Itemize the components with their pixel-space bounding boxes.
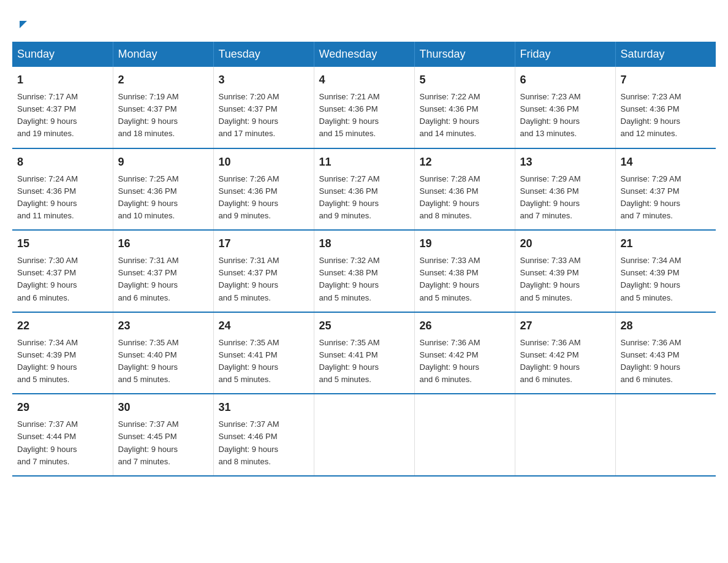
calendar-cell: 4Sunrise: 7:21 AMSunset: 4:36 PMDaylight…	[314, 67, 414, 148]
day-info: Sunrise: 7:34 AMSunset: 4:39 PMDaylight:…	[621, 255, 711, 304]
day-info: Sunrise: 7:17 AMSunset: 4:37 PMDaylight:…	[17, 91, 108, 140]
day-number: 17	[219, 236, 309, 252]
day-info: Sunrise: 7:37 AMSunset: 4:46 PMDaylight:…	[219, 418, 309, 468]
day-info: Sunrise: 7:37 AMSunset: 4:44 PMDaylight:…	[17, 418, 108, 468]
day-number: 26	[420, 318, 510, 334]
header-saturday: Saturday	[615, 42, 716, 67]
calendar-cell: 10Sunrise: 7:26 AMSunset: 4:36 PMDayligh…	[213, 148, 314, 231]
day-number: 8	[17, 154, 108, 170]
day-number: 18	[319, 236, 409, 252]
calendar-cell: 23Sunrise: 7:35 AMSunset: 4:40 PMDayligh…	[113, 312, 213, 394]
logo-triangle-icon	[20, 21, 27, 28]
day-info: Sunrise: 7:36 AMSunset: 4:42 PMDaylight:…	[420, 337, 510, 386]
day-number: 2	[118, 72, 208, 88]
calendar-cell	[314, 394, 414, 476]
day-info: Sunrise: 7:36 AMSunset: 4:43 PMDaylight:…	[621, 337, 711, 386]
day-number: 12	[420, 154, 510, 170]
header-tuesday: Tuesday	[213, 42, 314, 67]
day-number: 28	[621, 318, 711, 334]
day-number: 29	[17, 399, 108, 416]
day-number: 19	[420, 236, 510, 252]
calendar-cell: 11Sunrise: 7:27 AMSunset: 4:36 PMDayligh…	[314, 148, 414, 231]
day-number: 16	[118, 236, 208, 252]
calendar-cell: 27Sunrise: 7:36 AMSunset: 4:42 PMDayligh…	[515, 312, 615, 394]
calendar-cell: 17Sunrise: 7:31 AMSunset: 4:37 PMDayligh…	[213, 230, 314, 312]
day-info: Sunrise: 7:25 AMSunset: 4:36 PMDaylight:…	[118, 173, 208, 223]
calendar-cell: 30Sunrise: 7:37 AMSunset: 4:45 PMDayligh…	[113, 394, 213, 476]
day-number: 22	[17, 318, 108, 334]
calendar-cell: 21Sunrise: 7:34 AMSunset: 4:39 PMDayligh…	[615, 230, 716, 312]
logo-blue-part	[18, 18, 27, 29]
header-friday: Friday	[515, 42, 615, 67]
day-info: Sunrise: 7:23 AMSunset: 4:36 PMDaylight:…	[621, 91, 711, 140]
calendar-cell: 6Sunrise: 7:23 AMSunset: 4:36 PMDaylight…	[515, 67, 615, 148]
calendar-week-row: 29Sunrise: 7:37 AMSunset: 4:44 PMDayligh…	[12, 394, 716, 476]
logo	[18, 18, 27, 29]
day-info: Sunrise: 7:37 AMSunset: 4:45 PMDaylight:…	[118, 418, 208, 468]
day-number: 31	[219, 399, 309, 416]
day-number: 4	[319, 72, 409, 88]
calendar-cell	[414, 394, 515, 476]
header-wednesday: Wednesday	[314, 42, 414, 67]
day-info: Sunrise: 7:35 AMSunset: 4:41 PMDaylight:…	[219, 337, 309, 386]
calendar-cell: 12Sunrise: 7:28 AMSunset: 4:36 PMDayligh…	[414, 148, 515, 231]
calendar-cell: 2Sunrise: 7:19 AMSunset: 4:37 PMDaylight…	[113, 67, 213, 148]
day-info: Sunrise: 7:30 AMSunset: 4:37 PMDaylight:…	[17, 255, 108, 304]
calendar-cell: 1Sunrise: 7:17 AMSunset: 4:37 PMDaylight…	[12, 67, 113, 148]
day-info: Sunrise: 7:33 AMSunset: 4:39 PMDaylight:…	[520, 255, 610, 304]
calendar-header-row: SundayMondayTuesdayWednesdayThursdayFrid…	[12, 42, 716, 67]
day-number: 6	[520, 72, 610, 88]
day-info: Sunrise: 7:22 AMSunset: 4:36 PMDaylight:…	[420, 91, 510, 140]
header-thursday: Thursday	[414, 42, 515, 67]
day-number: 25	[319, 318, 409, 334]
day-number: 5	[420, 72, 510, 88]
header-monday: Monday	[113, 42, 213, 67]
calendar-week-row: 1Sunrise: 7:17 AMSunset: 4:37 PMDaylight…	[12, 67, 716, 148]
calendar-cell: 28Sunrise: 7:36 AMSunset: 4:43 PMDayligh…	[615, 312, 716, 394]
calendar-week-row: 15Sunrise: 7:30 AMSunset: 4:37 PMDayligh…	[12, 230, 716, 312]
day-number: 11	[319, 154, 409, 170]
calendar-cell: 5Sunrise: 7:22 AMSunset: 4:36 PMDaylight…	[414, 67, 515, 148]
day-info: Sunrise: 7:35 AMSunset: 4:41 PMDaylight:…	[319, 337, 409, 386]
day-info: Sunrise: 7:34 AMSunset: 4:39 PMDaylight:…	[17, 337, 108, 386]
calendar-cell: 22Sunrise: 7:34 AMSunset: 4:39 PMDayligh…	[12, 312, 113, 394]
day-info: Sunrise: 7:31 AMSunset: 4:37 PMDaylight:…	[219, 255, 309, 304]
day-number: 10	[219, 154, 309, 170]
calendar-cell: 3Sunrise: 7:20 AMSunset: 4:37 PMDaylight…	[213, 67, 314, 148]
day-info: Sunrise: 7:32 AMSunset: 4:38 PMDaylight:…	[319, 255, 409, 304]
day-info: Sunrise: 7:24 AMSunset: 4:36 PMDaylight:…	[17, 173, 108, 223]
day-number: 20	[520, 236, 610, 252]
day-number: 27	[520, 318, 610, 334]
calendar-cell: 24Sunrise: 7:35 AMSunset: 4:41 PMDayligh…	[213, 312, 314, 394]
calendar-cell: 25Sunrise: 7:35 AMSunset: 4:41 PMDayligh…	[314, 312, 414, 394]
calendar-cell: 31Sunrise: 7:37 AMSunset: 4:46 PMDayligh…	[213, 394, 314, 476]
day-info: Sunrise: 7:26 AMSunset: 4:36 PMDaylight:…	[219, 173, 309, 223]
calendar-cell: 13Sunrise: 7:29 AMSunset: 4:36 PMDayligh…	[515, 148, 615, 231]
day-number: 13	[520, 154, 610, 170]
day-number: 1	[17, 72, 108, 88]
day-info: Sunrise: 7:36 AMSunset: 4:42 PMDaylight:…	[520, 337, 610, 386]
day-number: 7	[621, 72, 711, 88]
calendar-cell: 9Sunrise: 7:25 AMSunset: 4:36 PMDaylight…	[113, 148, 213, 231]
calendar-cell: 26Sunrise: 7:36 AMSunset: 4:42 PMDayligh…	[414, 312, 515, 394]
calendar-cell: 16Sunrise: 7:31 AMSunset: 4:37 PMDayligh…	[113, 230, 213, 312]
day-info: Sunrise: 7:19 AMSunset: 4:37 PMDaylight:…	[118, 91, 208, 140]
calendar-cell	[615, 394, 716, 476]
calendar-cell: 19Sunrise: 7:33 AMSunset: 4:38 PMDayligh…	[414, 230, 515, 312]
day-number: 21	[621, 236, 711, 252]
day-info: Sunrise: 7:27 AMSunset: 4:36 PMDaylight:…	[319, 173, 409, 223]
day-info: Sunrise: 7:21 AMSunset: 4:36 PMDaylight:…	[319, 91, 409, 140]
header-sunday: Sunday	[12, 42, 113, 67]
day-info: Sunrise: 7:20 AMSunset: 4:37 PMDaylight:…	[219, 91, 309, 140]
calendar-cell: 14Sunrise: 7:29 AMSunset: 4:37 PMDayligh…	[615, 148, 716, 231]
day-info: Sunrise: 7:28 AMSunset: 4:36 PMDaylight:…	[420, 173, 510, 223]
day-info: Sunrise: 7:35 AMSunset: 4:40 PMDaylight:…	[118, 337, 208, 386]
calendar-cell: 15Sunrise: 7:30 AMSunset: 4:37 PMDayligh…	[12, 230, 113, 312]
calendar-cell: 18Sunrise: 7:32 AMSunset: 4:38 PMDayligh…	[314, 230, 414, 312]
calendar-cell: 7Sunrise: 7:23 AMSunset: 4:36 PMDaylight…	[615, 67, 716, 148]
calendar-cell: 20Sunrise: 7:33 AMSunset: 4:39 PMDayligh…	[515, 230, 615, 312]
day-info: Sunrise: 7:29 AMSunset: 4:37 PMDaylight:…	[621, 173, 711, 223]
day-number: 24	[219, 318, 309, 334]
day-number: 14	[621, 154, 711, 170]
calendar-cell: 8Sunrise: 7:24 AMSunset: 4:36 PMDaylight…	[12, 148, 113, 231]
